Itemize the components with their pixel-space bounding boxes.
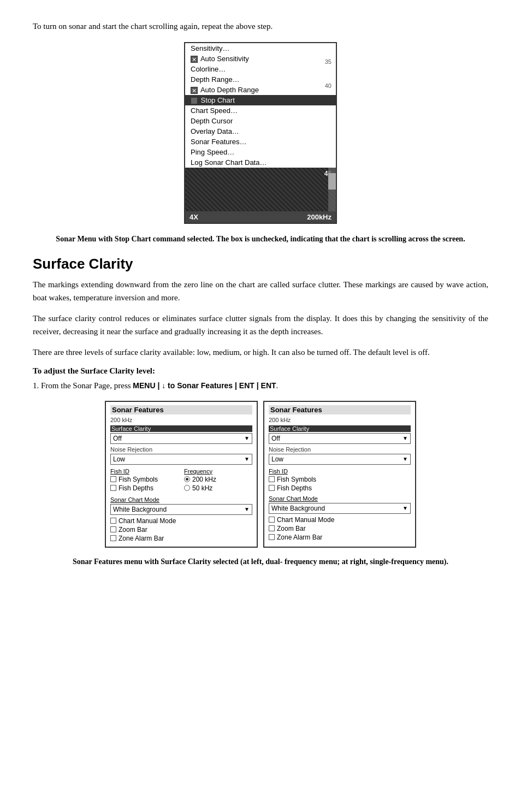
panel-right-wb-dropdown[interactable]: White Background ▼	[269, 503, 411, 514]
panel-left-fish-depths-cb[interactable]	[110, 485, 116, 491]
panel-right-wb-arrow: ▼	[402, 505, 408, 511]
panel-left-zone-alarm-cb[interactable]	[110, 535, 116, 541]
panel-right-freq: 200 kHz	[269, 417, 411, 423]
figure2-caption: Sonar Features menu with Surface Clarity…	[33, 556, 488, 567]
panel-left-chart-manual-cb[interactable]	[110, 518, 116, 524]
panel-left-zoom-bar-label: Zoom Bar	[119, 526, 147, 534]
menu-item-log-sonar[interactable]: Log Sonar Chart Data…	[185, 157, 336, 168]
panel-right-nr-value: Low	[271, 455, 283, 463]
body-para2: The surface clarity control reduces or e…	[33, 312, 488, 338]
panel-right-sc-arrow: ▼	[402, 435, 408, 441]
panel-left-frequency-label: Frequency	[184, 468, 252, 475]
panel-left-fish-id-label: Fish ID	[110, 468, 179, 475]
panel-right-fish-depths-label: Fish Depths	[277, 484, 312, 492]
panel-right-chart-manual-row: Chart Manual Mode	[269, 516, 411, 524]
panel-left-nr-dropdown[interactable]: Low ▼	[110, 454, 252, 465]
sonar-features-row: Sonar Features 200 kHz Surface Clarity O…	[33, 401, 488, 548]
panel-left-chart-manual-row: Chart Manual Mode	[110, 517, 252, 525]
panel-right-fish-symbols-cb[interactable]	[269, 476, 275, 482]
panel-left-zone-alarm-label: Zone Alarm Bar	[119, 535, 164, 542]
menu-item-stop-chart[interactable]: Stop Chart	[185, 95, 336, 105]
sonar-bottom-bar: 4X 200kHz	[185, 211, 336, 223]
panel-left-50khz-label: 50 kHz	[192, 484, 212, 492]
step1-suffix: .	[276, 381, 279, 390]
sonar-menu-screenshot: 35 40 Sensitivity… ✕ Auto Sensitivity Co…	[33, 42, 488, 224]
panel-left-200khz-label: 200 kHz	[192, 476, 216, 483]
panel-right-fish-symbols-row: Fish Symbols	[269, 476, 411, 483]
step1-prefix: 1. From the Sonar Page, press	[33, 381, 133, 390]
panel-left-50khz-row: 50 kHz	[184, 484, 252, 492]
panel-left-fish-symbols-cb[interactable]	[110, 476, 116, 482]
menu-item-auto-depth[interactable]: ✕ Auto Depth Range	[185, 85, 336, 95]
panel-left-surface-clarity-label[interactable]: Surface Clarity	[110, 425, 252, 432]
freq-label: 200kHz	[307, 213, 331, 221]
step1-keys: MENU | ↓ to Sonar Features | ENT | ENT	[133, 381, 276, 390]
menu-item-sensitivity[interactable]: Sensitivity…	[185, 43, 336, 54]
panel-left-wb-value: White Background	[113, 506, 167, 513]
panel-left-sc-dropdown[interactable]: Off ▼	[110, 433, 252, 444]
panel-right-zone-alarm-label: Zone Alarm Bar	[277, 534, 322, 541]
panel-right-sc-dropdown[interactable]: Off ▼	[269, 433, 411, 444]
panel-left-zone-alarm-row: Zone Alarm Bar	[110, 535, 252, 542]
panel-right-nr-dropdown[interactable]: Low ▼	[269, 454, 411, 465]
intro-paragraph: To turn on sonar and start the chart scr…	[33, 22, 488, 31]
sonar-image: 45	[185, 168, 336, 211]
panel-left-chart-mode-label: Sonar Chart Mode	[110, 496, 252, 503]
sonar-features-panel-right: Sonar Features 200 kHz Surface Clarity O…	[263, 401, 416, 548]
menu-item-auto-sensitivity[interactable]: ✕ Auto Sensitivity	[185, 54, 336, 64]
menu-item-overlay-data[interactable]: Overlay Data…	[185, 126, 336, 137]
panel-left-fish-depths-row: Fish Depths	[110, 484, 179, 492]
sonar-features-panel-left: Sonar Features 200 kHz Surface Clarity O…	[105, 401, 258, 548]
zoom-label: 4X	[190, 213, 198, 221]
body-para1: The markings extending downward from the…	[33, 278, 488, 304]
panel-left-fish-col: Fish ID Fish Symbols Fish Depths	[110, 468, 179, 493]
sonar-menu-box: 35 40 Sensitivity… ✕ Auto Sensitivity Co…	[184, 42, 337, 224]
panel-left-zoom-bar-row: Zoom Bar	[110, 526, 252, 534]
panel-left-sc-arrow: ▼	[244, 435, 250, 441]
panel-right-fish-section: Fish ID Fish Symbols Fish Depths	[269, 468, 411, 492]
panel-right-zoom-bar-cb[interactable]	[269, 525, 275, 531]
panel-left-wb-arrow: ▼	[244, 506, 250, 512]
panel-left-50khz-radio[interactable]	[184, 485, 190, 491]
panel-left-noise-label: Noise Rejection	[110, 446, 252, 453]
panel-right-title: Sonar Features	[269, 405, 411, 414]
menu-item-colorline[interactable]: Colorline…	[185, 64, 336, 74]
panel-right-nr-arrow: ▼	[402, 456, 408, 462]
body-para3: There are three levels of surface clarit…	[33, 346, 488, 359]
panel-left-200khz-row: 200 kHz	[184, 476, 252, 483]
panel-right-zone-alarm-row: Zone Alarm Bar	[269, 534, 411, 541]
panel-right-zone-alarm-cb[interactable]	[269, 534, 275, 540]
panel-left-chart-manual-label: Chart Manual Mode	[119, 517, 176, 525]
figure1-caption: Sonar Menu with Stop Chart command selec…	[33, 234, 488, 245]
panel-right-zoom-bar-row: Zoom Bar	[269, 525, 411, 532]
panel-right-fish-id-label: Fish ID	[269, 468, 411, 475]
panel-left-zoom-bar-cb[interactable]	[110, 526, 116, 532]
panel-right-fish-symbols-label: Fish Symbols	[277, 476, 316, 483]
panel-left-freq-col: Frequency 200 kHz 50 kHz	[184, 468, 252, 493]
menu-item-depth-range[interactable]: Depth Range…	[185, 74, 336, 85]
panel-left-fish-depths-label: Fish Depths	[119, 484, 153, 492]
panel-left-nr-value: Low	[113, 455, 125, 463]
panel-left-wb-dropdown[interactable]: White Background ▼	[110, 504, 252, 515]
sonar-noise	[185, 168, 336, 211]
panel-right-fish-depths-cb[interactable]	[269, 485, 275, 491]
menu-item-sonar-features[interactable]: Sonar Features…	[185, 137, 336, 147]
panel-left-sc-value: Off	[113, 435, 122, 442]
panel-right-fish-depths-row: Fish Depths	[269, 484, 411, 492]
panel-right-chart-manual-cb[interactable]	[269, 517, 275, 523]
step1: 1. From the Sonar Page, press MENU | ↓ t…	[33, 379, 488, 392]
menu-item-chart-speed[interactable]: Chart Speed…	[185, 105, 336, 116]
menu-item-depth-cursor[interactable]: Depth Cursor	[185, 116, 336, 126]
panel-right-chart-mode-label: Sonar Chart Mode	[269, 495, 411, 502]
panel-left-freq: 200 kHz	[110, 417, 252, 423]
panel-left-title: Sonar Features	[110, 405, 252, 414]
panel-right-sc-value: Off	[271, 435, 280, 442]
panel-left-fish-symbols-label: Fish Symbols	[119, 476, 158, 483]
panel-right-zoom-bar-label: Zoom Bar	[277, 525, 306, 532]
checkbox-stop-chart	[191, 97, 198, 104]
panel-right-surface-clarity-label[interactable]: Surface Clarity	[269, 425, 411, 432]
menu-item-ping-speed[interactable]: Ping Speed…	[185, 147, 336, 157]
panel-left-200khz-radio[interactable]	[184, 476, 190, 482]
section-heading: Surface Clarity	[33, 256, 488, 272]
panel-left-nr-arrow: ▼	[244, 456, 250, 462]
